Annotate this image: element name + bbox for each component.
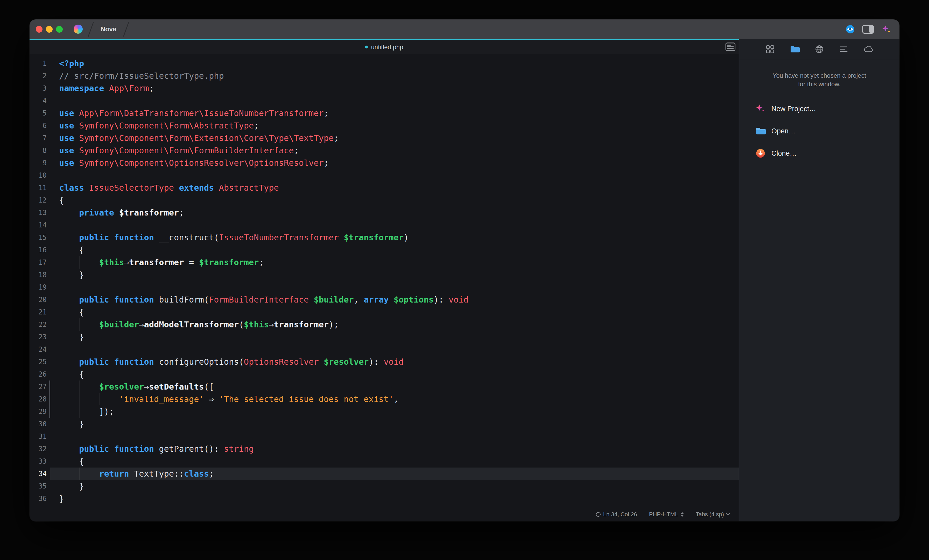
- status-bar: Ln 34, Col 26 PHP-HTML Tabs (4 sp): [29, 507, 739, 522]
- titlebar-tab-nova[interactable]: Nova: [101, 25, 117, 33]
- line-number: 12: [29, 194, 50, 207]
- code-line[interactable]: 'invalid_message' ⇒ 'The selected issue …: [50, 393, 739, 405]
- code-editor[interactable]: 1234567891011121314151617181920212223242…: [29, 54, 739, 507]
- sidebar-tab-bar: [739, 39, 900, 59]
- sidebar-tab-grid-icon[interactable]: [765, 44, 775, 54]
- line-number: 2: [29, 70, 50, 82]
- line-number: 24: [29, 343, 50, 356]
- updown-chevron-icon: [681, 512, 684, 517]
- code-line[interactable]: }: [50, 331, 739, 343]
- code-line[interactable]: }: [50, 418, 739, 430]
- sidebar-tab-globe-icon[interactable]: [815, 44, 824, 54]
- code-line[interactable]: namespace App\Form;: [50, 82, 739, 95]
- line-number: 3: [29, 82, 50, 95]
- code-line[interactable]: use App\Form\DataTransformer\IssueToNumb…: [50, 107, 739, 119]
- extensions-sparkle-icon[interactable]: [881, 24, 891, 34]
- syntax-mode-select[interactable]: PHP-HTML: [649, 511, 684, 518]
- clone-button[interactable]: Clone…: [739, 142, 900, 164]
- code-line[interactable]: public function buildForm(FormBuilderInt…: [50, 294, 739, 306]
- code-line[interactable]: [50, 343, 739, 356]
- line-number: 15: [29, 231, 50, 244]
- code-line[interactable]: {: [50, 368, 739, 381]
- code-line[interactable]: [50, 430, 739, 443]
- code-line[interactable]: <?php: [50, 57, 739, 70]
- code-line[interactable]: {: [50, 455, 739, 468]
- code-line[interactable]: use Symfony\Component\Form\Extension\Cor…: [50, 132, 739, 144]
- line-number: 25: [29, 356, 50, 368]
- code-line[interactable]: private $transformer;: [50, 207, 739, 219]
- new-project-button[interactable]: New Project…: [739, 98, 900, 120]
- tab-file-name: untitled.php: [371, 43, 403, 51]
- gutter: 1234567891011121314151617181920212223242…: [29, 54, 50, 507]
- no-project-message-line2: for this window.: [739, 80, 900, 88]
- code-line[interactable]: $resolver→setDefaults([: [50, 381, 739, 393]
- preview-eye-icon[interactable]: [846, 24, 855, 34]
- code-line[interactable]: [50, 281, 739, 294]
- tab-divider: [123, 22, 129, 37]
- code-line[interactable]: use Symfony\Component\Form\FormBuilderIn…: [50, 144, 739, 157]
- no-project-message-line1: You have not yet chosen a project: [739, 71, 900, 80]
- line-number: 8: [29, 144, 50, 157]
- editor-options-icon[interactable]: [725, 42, 736, 52]
- line-number: 23: [29, 331, 50, 343]
- tab-untitled-php[interactable]: untitled.php: [365, 43, 403, 51]
- open-label: Open…: [771, 127, 796, 135]
- cursor-position-status[interactable]: Ln 34, Col 26: [596, 511, 637, 518]
- line-number: 28: [29, 393, 50, 405]
- unsaved-dot-icon: [365, 46, 368, 49]
- nova-window: Nova: [29, 20, 900, 522]
- code-line[interactable]: use Symfony\Component\OptionsResolver\Op…: [50, 157, 739, 169]
- titlebar: Nova: [29, 20, 900, 39]
- new-project-label: New Project…: [771, 105, 816, 113]
- indent-guide: [79, 318, 80, 331]
- window-body: untitled.php 123456789101112131415161718…: [29, 39, 900, 522]
- code-line[interactable]: public function __construct(IssueToNumbe…: [50, 231, 739, 244]
- sidebar-tab-files-folder-icon[interactable]: [790, 44, 800, 54]
- line-number: 19: [29, 281, 50, 294]
- line-number: 35: [29, 480, 50, 493]
- minimize-button[interactable]: [46, 26, 53, 33]
- code-line[interactable]: {: [50, 194, 739, 207]
- line-number: 30: [29, 418, 50, 430]
- right-sidebar: You have not yet chosen a project for th…: [739, 39, 900, 522]
- code-line[interactable]: [50, 169, 739, 182]
- editor-column: untitled.php 123456789101112131415161718…: [29, 39, 739, 522]
- code-line[interactable]: public function configureOptions(Options…: [50, 356, 739, 368]
- code-line[interactable]: [50, 219, 739, 231]
- indent-guide: [79, 381, 80, 418]
- zoom-button[interactable]: [56, 26, 63, 33]
- code-line[interactable]: $this→transformer = $transformer;: [50, 256, 739, 269]
- sparkle-icon: [755, 104, 766, 114]
- code-line[interactable]: ]);: [50, 405, 739, 418]
- code-line[interactable]: }: [50, 493, 739, 505]
- sidebar-tab-outline-icon[interactable]: [839, 44, 848, 54]
- sidebar-toggle-icon[interactable]: [862, 24, 874, 34]
- line-number: 22: [29, 318, 50, 331]
- line-number: 11: [29, 182, 50, 194]
- code-line[interactable]: {: [50, 244, 739, 256]
- line-number: 21: [29, 306, 50, 318]
- tab-divider: [88, 22, 94, 37]
- code-line[interactable]: public function getParent(): string: [50, 443, 739, 455]
- code-line[interactable]: }: [50, 269, 739, 281]
- line-number: 10: [29, 169, 50, 182]
- code-line[interactable]: // src/Form/IssueSelectorType.php: [50, 70, 739, 82]
- code-line[interactable]: return TextType::class;: [50, 468, 739, 480]
- line-number: 26: [29, 368, 50, 381]
- line-number: 4: [29, 95, 50, 107]
- sidebar-tab-cloud-icon[interactable]: [863, 44, 873, 54]
- code-line[interactable]: use Symfony\Component\Form\AbstractType;: [50, 119, 739, 132]
- indentation-select[interactable]: Tabs (4 sp): [696, 511, 730, 518]
- indentation-label: Tabs (4 sp): [696, 511, 724, 518]
- code-line[interactable]: {: [50, 306, 739, 318]
- line-number: 9: [29, 157, 50, 169]
- changed-lines-marker: [49, 381, 50, 418]
- no-project-message: You have not yet chosen a project for th…: [739, 71, 900, 88]
- code-line[interactable]: [50, 95, 739, 107]
- code-line[interactable]: class IssueSelectorType extends Abstract…: [50, 182, 739, 194]
- open-button[interactable]: Open…: [739, 120, 900, 142]
- nova-app-icon[interactable]: [74, 24, 83, 34]
- close-button[interactable]: [36, 26, 43, 33]
- code-line[interactable]: }: [50, 480, 739, 493]
- code-line[interactable]: $builder→addModelTransformer($this→trans…: [50, 318, 739, 331]
